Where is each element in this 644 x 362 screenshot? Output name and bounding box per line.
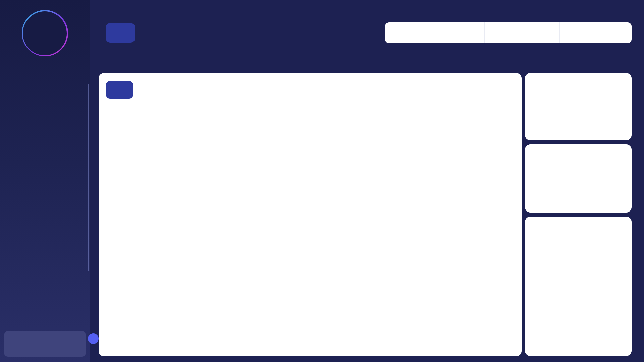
interval-filter[interactable] — [484, 22, 559, 43]
calendar-icon — [390, 29, 398, 37]
aggregation-filter[interactable] — [559, 22, 632, 43]
scrap-reasons-card — [525, 217, 632, 356]
sidebar-scrollbar[interactable] — [88, 84, 89, 272]
filter-card — [385, 22, 632, 43]
table-icon — [142, 85, 152, 94]
calendar-icon — [490, 29, 498, 37]
cumulative-scraps-chart — [109, 145, 506, 313]
settings-button[interactable] — [624, 5, 633, 14]
scraps-analysis-button[interactable] — [106, 23, 135, 43]
chart-panel — [99, 73, 522, 356]
app-logo-inner — [23, 11, 67, 55]
date-range-filter[interactable] — [385, 22, 484, 43]
chevron-left-icon — [90, 336, 96, 342]
sidebar — [0, 0, 90, 362]
scrap-reasons-donut-chart — [536, 235, 620, 318]
chart-view-button[interactable] — [106, 81, 133, 99]
chevron-down-icon — [619, 29, 626, 37]
bag-x-icon — [114, 29, 122, 37]
production-card — [525, 73, 632, 140]
app-logo — [22, 10, 68, 56]
chevron-down-icon — [546, 29, 554, 37]
speed-card — [525, 144, 632, 213]
device-selector[interactable] — [4, 331, 86, 357]
topbar — [90, 0, 644, 19]
view-toggle — [106, 81, 152, 99]
stats-panel — [525, 73, 632, 356]
document-icon — [565, 29, 573, 37]
gear-icon — [624, 5, 633, 13]
table-view-button[interactable] — [142, 85, 152, 95]
analysis-toolbar — [100, 23, 135, 43]
bar-chart-icon — [114, 86, 121, 94]
sidebar-collapse-button[interactable] — [88, 333, 99, 344]
